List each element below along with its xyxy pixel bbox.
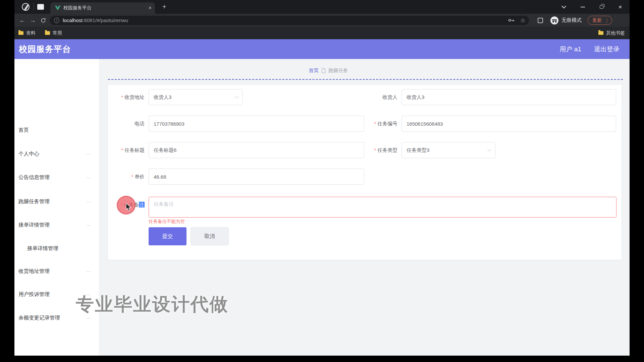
extension-icon[interactable] <box>538 18 543 23</box>
url-text: localhost:8081/#/paotuirenwu <box>63 17 504 23</box>
minimize-button[interactable] <box>573 0 592 14</box>
bookmarks-bar: 资料 常用 其他书签 <box>14 27 630 39</box>
phone-input[interactable] <box>149 116 364 132</box>
submenu-indicator-icon: — <box>86 173 91 181</box>
update-label: 更新 <box>592 17 602 23</box>
bookmark-star-icon[interactable]: ☆ <box>520 17 526 24</box>
site-info-icon[interactable]: i <box>54 18 59 23</box>
pinned-square-icon[interactable] <box>37 4 44 10</box>
browser-tab[interactable]: 校园服务平台 × <box>50 2 155 14</box>
sidebar-item-label: 用户投诉管理 <box>18 290 50 298</box>
recorder-globe-icon[interactable] <box>22 3 30 11</box>
required-mark: * <box>374 147 376 153</box>
incognito-label: 无痕模式 <box>561 17 582 23</box>
other-bookmarks-label: 其他书签 <box>606 30 625 36</box>
bookmark-label: 资料 <box>26 30 36 36</box>
document-icon <box>322 68 326 73</box>
task-title-input[interactable] <box>149 142 364 158</box>
submenu-indicator-icon: — <box>86 267 91 275</box>
close-window-button[interactable]: × <box>611 0 630 14</box>
sidebar-item-label: 公告信息管理 <box>18 173 50 181</box>
sidebar-item-label: 跑腿任务管理 <box>18 197 50 205</box>
restore-icon <box>600 5 603 9</box>
sidebar-item-delivery-addresses[interactable]: 收货地址管理 — <box>18 267 91 275</box>
receiver-label: 收货人 <box>344 89 397 105</box>
task-type-select-value: 任务类型3 <box>407 147 429 154</box>
tab-close-icon[interactable]: × <box>149 5 152 11</box>
task-type-label: *任务类型 <box>344 142 397 158</box>
url-path: :8081/#/paotuirenwu <box>83 17 128 23</box>
breadcrumb-current: 跑腿任务 <box>329 67 348 74</box>
bookmark-folder-changyong[interactable]: 常用 <box>45 30 62 36</box>
submenu-indicator-icon: — <box>86 221 91 229</box>
required-mark: * <box>121 94 123 100</box>
receiver-input[interactable] <box>401 89 616 105</box>
mouse-cursor-icon <box>126 203 132 212</box>
task-number-label: *任务编号 <box>344 116 397 132</box>
sidebar-item-label: 余额变更记录管理 <box>18 314 60 322</box>
breadcrumb: 首页 跑腿任务 <box>63 67 594 74</box>
password-key-icon[interactable] <box>508 18 515 22</box>
address-label: *收货地址 <box>108 89 145 105</box>
required-mark: * <box>131 174 133 179</box>
sidebar-item-label: 接单详情管理 <box>18 221 50 229</box>
incognito-icon <box>550 16 558 24</box>
sidebar-item-announcements[interactable]: 公告信息管理 — <box>18 173 91 181</box>
task-type-select[interactable]: 任务类型3 <box>401 142 495 158</box>
validation-error-message: 任务备注不能为空 <box>149 219 185 225</box>
task-form-card: *收货地址 收货人3 收货人 电话 *任务编号 <box>108 85 622 260</box>
reload-button[interactable] <box>38 15 48 25</box>
task-number-input[interactable] <box>401 116 616 132</box>
sidebar-item-home[interactable]: 首页 <box>18 126 91 134</box>
window-controls: × <box>554 0 630 14</box>
sidebar-item-errand-tasks[interactable]: 跑腿任务管理 — <box>18 197 91 205</box>
omnibox-actions: ☆ <box>508 17 526 24</box>
browser-menu-icon[interactable]: ⋮ <box>604 17 609 23</box>
required-mark: * <box>374 121 376 126</box>
tab-strip: 校园服务平台 × + × <box>14 0 630 14</box>
app-header: 校园服务平台 用户 a1 退出登录 <box>14 39 630 59</box>
chevron-down-icon <box>487 147 492 152</box>
sidebar-item-personal-center[interactable]: 个人中心 — <box>18 150 91 158</box>
price-input[interactable] <box>149 169 364 185</box>
url-host: localhost <box>63 17 83 23</box>
required-mark: * <box>121 147 123 153</box>
minimize-icon <box>581 7 585 7</box>
sidebar-item-label: 首页 <box>18 126 29 134</box>
sidebar-item-order-details[interactable]: 接单详情管理 — <box>18 221 91 229</box>
chevron-down-icon <box>234 94 239 99</box>
address-select-value: 收货人3 <box>154 94 171 101</box>
chevron-down-icon <box>561 4 566 8</box>
logout-button[interactable]: 退出登录 <box>594 45 620 54</box>
breadcrumb-home-link[interactable]: 首页 <box>309 67 319 74</box>
cancel-button[interactable]: 取消 <box>191 227 229 245</box>
submenu-indicator-icon: — <box>86 197 91 205</box>
tabstrip-divider <box>34 3 34 10</box>
app-title: 校园服务平台 <box>19 44 71 55</box>
sidebar-item-label: 接单详情管理 <box>27 244 58 252</box>
selected-character: 注 <box>139 202 145 207</box>
sidebar-item-label: 收货地址管理 <box>18 267 50 275</box>
maximize-button[interactable] <box>592 0 611 14</box>
other-bookmarks-button[interactable]: 其他书签 <box>598 30 625 36</box>
phone-label: 电话 <box>108 116 145 132</box>
reload-icon <box>41 18 46 23</box>
window-menu-button[interactable] <box>554 0 573 14</box>
watermark-text: 专业毕业设计代做 <box>76 292 229 317</box>
submit-button[interactable]: 提交 <box>149 227 186 245</box>
new-tab-button[interactable]: + <box>160 3 169 11</box>
vue-logo-icon <box>55 6 60 10</box>
address-select[interactable]: 收货人3 <box>149 89 243 105</box>
folder-icon <box>18 31 23 35</box>
remark-textarea[interactable] <box>149 197 616 218</box>
browser-update-button[interactable]: 更新 ⋮ <box>588 16 612 25</box>
forward-button[interactable]: → <box>28 15 38 25</box>
back-button[interactable]: ← <box>17 15 28 25</box>
bookmark-label: 常用 <box>53 30 62 36</box>
sidebar-subitem-order-details[interactable]: 接单详情管理 <box>27 244 91 252</box>
current-user-label: 用户 a1 <box>560 45 581 54</box>
sidebar-item-label: 个人中心 <box>18 150 39 158</box>
bookmark-folder-ziliao[interactable]: 资料 <box>18 30 36 36</box>
dashed-divider <box>108 79 623 80</box>
address-bar[interactable]: i localhost:8081/#/paotuirenwu ☆ <box>50 16 529 25</box>
